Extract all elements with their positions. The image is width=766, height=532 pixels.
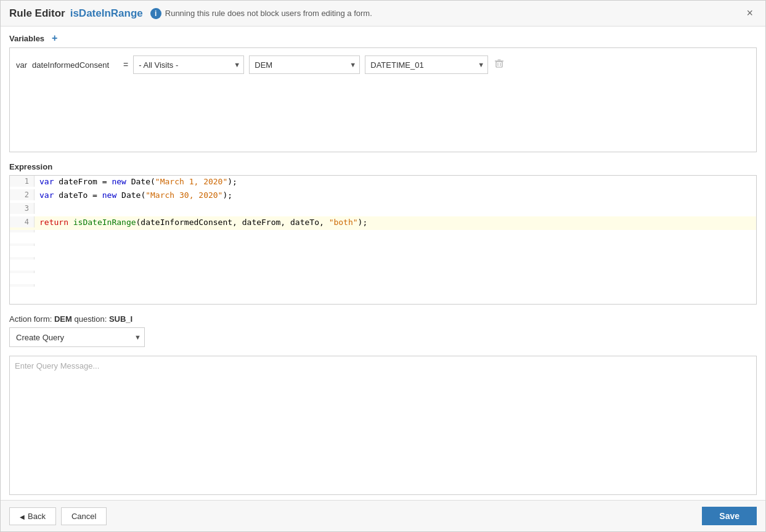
svg-rect-0 [496,62,502,67]
info-bar: i Running this rule does not block users… [150,8,743,19]
cancel-button[interactable]: Cancel [61,507,107,525]
expression-section: Expression 1 var dateFrom = new Date("Ma… [1,156,765,308]
code-line-3: 3 [10,203,756,216]
code-line-7 [10,257,756,271]
rule-editor-modal: Rule Editor isDateInRange i Running this… [0,0,766,532]
visits-select[interactable]: - All Visits - [133,55,244,74]
query-message-placeholder: Enter Query Message... [15,361,99,370]
equals-sign: = [123,60,128,70]
code-line-2: 2 var dateTo = new Date("March 30, 2020"… [10,189,756,203]
code-line-6 [10,243,756,257]
delete-variable-button[interactable] [493,57,505,72]
action-section: Action form: DEM question: SUB_I Create … [1,308,765,351]
footer-left-buttons: Back Cancel [9,507,107,525]
var-name: dateInformedConsent [32,60,118,70]
field-select[interactable]: DATETIME_01 [365,55,488,74]
code-line-5 [10,230,756,243]
action-form-name: DEM [54,314,72,324]
code-line-8 [10,271,756,284]
footer-right-buttons: Save [702,507,757,525]
back-chevron-icon [20,512,25,521]
save-button[interactable]: Save [702,507,757,525]
var-keyword: var [16,60,27,70]
dem-select[interactable]: DEM [249,55,360,74]
code-line-1: 1 var dateFrom = new Date("March 1, 2020… [10,176,756,189]
query-message-input[interactable]: Enter Query Message... [9,356,757,495]
back-button[interactable]: Back [9,507,56,525]
modal-header: Rule Editor isDateInRange i Running this… [1,1,765,27]
variable-row: var dateInformedConsent = - All Visits -… [16,55,750,74]
add-variable-button[interactable]: + [49,33,60,44]
modal-title: Rule Editor [9,7,65,20]
trash-icon [494,59,504,68]
create-query-select-wrap[interactable]: Create Query ▼ [9,327,145,347]
variables-section: Variables + var dateInformedConsent = - … [1,27,765,156]
code-line-4: 4 return isDateInRange(dateInformedConse… [10,216,756,230]
variables-label: Variables + [9,33,757,44]
dem-select-wrap[interactable]: DEM ▼ [249,55,360,74]
modal-footer: Back Cancel Save [1,500,765,531]
modal-body: Variables + var dateInformedConsent = - … [1,27,765,500]
info-message: Running this rule does not block users f… [165,9,372,18]
action-type-select[interactable]: Create Query [9,327,145,347]
expression-editor[interactable]: 1 var dateFrom = new Date("March 1, 2020… [9,175,757,305]
visits-select-wrap[interactable]: - All Visits - ▼ [133,55,244,74]
variables-box: var dateInformedConsent = - All Visits -… [9,47,757,152]
rule-name: isDateInRange [70,7,143,20]
code-line-9 [10,284,756,298]
expression-label: Expression [9,162,757,171]
field-select-wrap[interactable]: DATETIME_01 ▼ [365,55,488,74]
close-button[interactable]: × [743,6,757,21]
action-label: Action form: DEM question: SUB_I [9,314,757,324]
info-icon: i [150,8,161,19]
action-question-name: SUB_I [109,314,132,324]
